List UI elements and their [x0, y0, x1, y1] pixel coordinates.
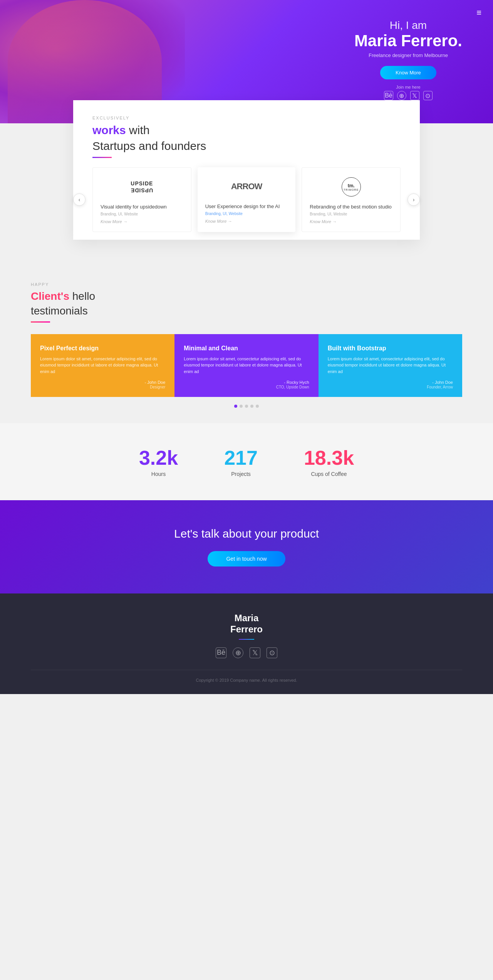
testimonials-section: HAPPY Client's hellotestimonials Pixel P… [0, 263, 493, 423]
cta-title: Let's talk about your product [31, 527, 462, 540]
footer-twitter-icon[interactable]: 𝕏 [250, 647, 260, 658]
hamburger-menu[interactable]: ≡ [476, 8, 481, 18]
portfolio-carousel: ‹ UPSIDE UPSIDE Visual identity for upsi… [92, 167, 401, 232]
card-logo-trimore: tm. TRIMORE [310, 175, 392, 198]
tc-title-3: Built with Bootstrap [328, 345, 453, 352]
hero-subtitle: Freelance designer from Melbourne [354, 52, 462, 58]
portfolio-card-3: tm. TRIMORE Rebranding of the best motio… [302, 167, 401, 232]
stat-coffee: 18.3k Cups of Coffee [304, 446, 354, 477]
exclusively-title-founders: Startups and founders [92, 140, 206, 152]
dot-1[interactable] [234, 405, 237, 408]
footer-github-icon[interactable]: ⊙ [267, 647, 277, 658]
portfolio-card-1: UPSIDE UPSIDE Visual identity for upside… [92, 167, 191, 232]
footer-social-icons: Bē ⊕ 𝕏 ⊙ [31, 647, 462, 658]
happy-label: HAPPY [31, 282, 462, 287]
dot-2[interactable] [240, 405, 243, 408]
exclusively-section: EXCLUSIVELY works with Startups and foun… [73, 100, 420, 240]
testimonial-card-1: Pixel Perfect design Lorem ipsum dolor s… [31, 334, 174, 397]
know-more-button[interactable]: Know More [380, 66, 436, 79]
card-link-2[interactable]: Know More → [205, 219, 288, 224]
portfolio-cards: UPSIDE UPSIDE Visual identity for upside… [92, 167, 401, 232]
testimonials-title: Client's hellotestimonials [31, 289, 462, 318]
card-link-3[interactable]: Know More → [310, 219, 392, 224]
footer: Maria Ferrero Bē ⊕ 𝕏 ⊙ Copyright © 2019 … [0, 593, 493, 694]
stat-projects-number: 217 [224, 446, 258, 469]
testimonial-card-2: Minimal and Clean Lorem ipsum dolor sit … [174, 334, 318, 397]
logo-trimore: tm. TRIMORE [342, 177, 361, 197]
card-title-1: Visual identity for upsidedown [101, 204, 183, 210]
tc-body-1: Lorem ipsum dolor sit amet, consectetur … [40, 356, 165, 375]
footer-dribbble-icon[interactable]: ⊕ [233, 647, 243, 658]
card-link-1[interactable]: Know More → [101, 219, 183, 224]
testimonial-cards: Pixel Perfect design Lorem ipsum dolor s… [31, 334, 462, 397]
tc-title-2: Minimal and Clean [184, 345, 309, 352]
tc-body-2: Lorem ipsum dolor sit amet, consectetur … [184, 356, 309, 375]
stat-projects-label: Projects [224, 471, 258, 477]
tc-author-2: - Rocky HychCTO, Upside Down [184, 380, 309, 389]
tc-role-1: Designer [150, 385, 165, 389]
card-logo-arrow: ARROW [205, 175, 288, 198]
tc-author-1: - John DoeDesigner [40, 380, 165, 389]
footer-behance-icon[interactable]: Bē [216, 647, 226, 658]
github-icon[interactable]: ⊙ [423, 91, 433, 100]
portfolio-card-2: ARROW User Experience design for the AI … [198, 167, 296, 232]
stat-coffee-number: 18.3k [304, 446, 354, 469]
hero-content: Hi, I am Maria Ferrero. Freelance design… [354, 19, 462, 100]
stat-hours: 3.2k Hours [139, 446, 178, 477]
hero-name: Maria Ferrero. [354, 32, 462, 50]
stat-projects: 217 Projects [224, 446, 258, 477]
card-title-3: Rebranding of the best motion studio [310, 204, 392, 210]
testimonial-dots [31, 405, 462, 408]
cta-button[interactable]: Get in touch now [208, 551, 285, 566]
join-me-label: Join me here [354, 85, 462, 89]
card-title-2: User Experience design for the AI [205, 203, 288, 209]
logo-arrow: ARROW [231, 182, 262, 192]
exclusively-label: EXCLUSIVELY [92, 116, 401, 120]
twitter-icon[interactable]: 𝕏 [410, 91, 419, 100]
card-tags-1: Branding, UI, Website [101, 212, 183, 216]
stat-hours-number: 3.2k [139, 446, 178, 469]
tc-role-3: Founder, Arrow [427, 385, 453, 389]
tc-author-3: - John DoeFounder, Arrow [328, 380, 453, 389]
behance-icon[interactable]: Bē [384, 91, 393, 100]
tc-title-1: Pixel Perfect design [40, 345, 165, 352]
card-tags-2: Branding, UI, Website [205, 212, 288, 216]
hero-social-icons: Bē ⊕ 𝕏 ⊙ [384, 91, 433, 100]
cta-section: Let's talk about your product Get in tou… [0, 500, 493, 593]
testimonials-highlight: Client's [31, 290, 69, 302]
exclusively-underline [92, 157, 112, 158]
card-logo-upside: UPSIDE UPSIDE [101, 175, 183, 198]
carousel-prev-button[interactable]: ‹ [73, 193, 86, 206]
stats-section: 3.2k Hours 217 Projects 18.3k Cups of Co… [0, 423, 493, 500]
footer-underline [239, 639, 254, 640]
card-tags-3: Branding, UI, Website [310, 212, 392, 216]
stat-hours-label: Hours [139, 471, 178, 477]
hero-greeting: Hi, I am [354, 19, 462, 32]
tc-role-2: CTO, Upside Down [276, 385, 309, 389]
dot-3[interactable] [245, 405, 248, 408]
footer-name-line2: Ferrero [230, 624, 263, 634]
tc-body-3: Lorem ipsum dolor sit amet, consectetur … [328, 356, 453, 375]
dot-5[interactable] [256, 405, 259, 408]
carousel-next-button[interactable]: › [407, 193, 420, 206]
footer-copyright: Copyright © 2019 Company name. All right… [31, 670, 462, 682]
testimonial-card-3: Built with Bootstrap Lorem ipsum dolor s… [319, 334, 462, 397]
exclusively-highlight-word: works [92, 124, 126, 136]
logo-upside: UPSIDE UPSIDE [131, 180, 153, 193]
stat-coffee-label: Cups of Coffee [304, 471, 354, 477]
dribbble-icon[interactable]: ⊕ [397, 91, 406, 100]
exclusively-title-plain: with [129, 124, 149, 136]
exclusively-title: works with Startups and founders [92, 123, 401, 154]
testimonials-underline [31, 321, 50, 323]
dot-4[interactable] [250, 405, 253, 408]
footer-name: Maria Ferrero [31, 613, 462, 635]
footer-name-line1: Maria [235, 613, 259, 623]
